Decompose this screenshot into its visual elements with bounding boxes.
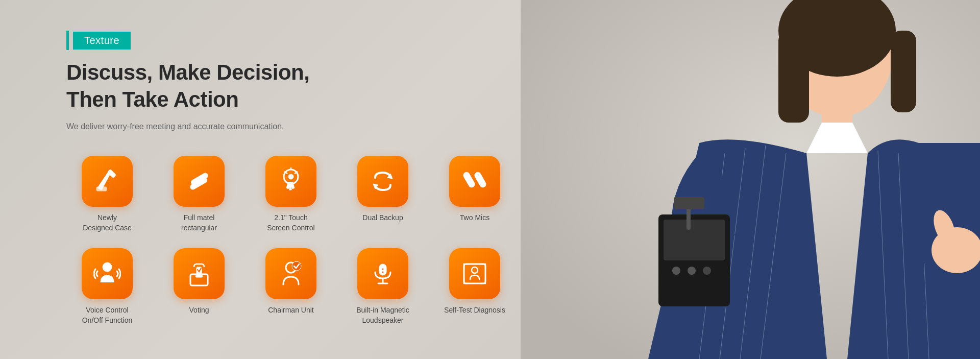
svg-point-28 xyxy=(288,174,293,179)
full-matel-label: Full matelrectangular xyxy=(181,213,217,233)
svg-point-21 xyxy=(688,267,696,275)
voting-icon xyxy=(185,260,213,288)
svg-rect-19 xyxy=(674,197,704,209)
features-grid: NewlyDesigned Case Full matelrectangular xyxy=(66,156,526,325)
feature-item-self-test: Self-Test Diagnosis xyxy=(434,248,516,325)
dual-backup-label: Dual Backup xyxy=(362,213,403,223)
voice-icon xyxy=(93,260,121,288)
svg-point-45 xyxy=(382,268,384,270)
svg-rect-38 xyxy=(195,275,203,277)
voice-control-label: Voice ControlOn/Off Function xyxy=(82,305,133,325)
feature-item-touch-screen: 2.1" TouchScreen Control xyxy=(250,156,332,233)
self-test-label: Self-Test Diagnosis xyxy=(444,305,505,316)
svg-point-46 xyxy=(382,271,384,273)
mics-icon xyxy=(461,167,488,195)
two-mics-label: Two Mics xyxy=(460,213,489,223)
svg-point-20 xyxy=(672,267,680,275)
touch-icon xyxy=(277,167,305,195)
feature-item-chairman-unit: Chairman Unit xyxy=(250,248,332,325)
texture-bar xyxy=(66,31,69,50)
loudspeaker-icon-box xyxy=(357,248,408,299)
backup-icon xyxy=(369,167,397,195)
diagnosis-icon xyxy=(461,260,488,288)
voice-control-icon-box xyxy=(82,248,133,299)
feature-item-voice-control: Voice ControlOn/Off Function xyxy=(66,248,148,325)
chairman-unit-label: Chairman Unit xyxy=(268,305,313,316)
voting-label: Voting xyxy=(189,305,209,316)
person-area xyxy=(521,0,980,359)
chairman-unit-icon-box xyxy=(265,248,316,299)
newly-designed-case-icon-box xyxy=(82,156,133,207)
svg-point-48 xyxy=(472,267,478,273)
touch-screen-label: 2.1" TouchScreen Control xyxy=(267,213,314,233)
svg-rect-17 xyxy=(664,220,725,260)
voting-icon-box xyxy=(174,248,225,299)
feature-item-two-mics: Two Mics xyxy=(434,156,516,233)
svg-rect-34 xyxy=(462,171,476,188)
svg-point-41 xyxy=(292,261,301,271)
feature-item-full-matel: Full matelrectangular xyxy=(158,156,240,233)
heading-line2: Then Take Action xyxy=(66,86,526,113)
svg-rect-4 xyxy=(891,31,916,112)
case-icon xyxy=(93,167,121,195)
loudspeaker-label: Built-in MagneticLoudspeaker xyxy=(356,305,409,325)
touch-screen-icon-box xyxy=(265,156,316,207)
svg-rect-35 xyxy=(474,171,487,188)
speaker-icon xyxy=(369,260,397,288)
subtitle: We deliver worry-free meeting and accura… xyxy=(66,122,526,131)
full-matel-icon-box xyxy=(174,156,225,207)
svg-point-36 xyxy=(103,262,112,272)
rectangular-icon xyxy=(185,167,213,195)
heading-line1: Discuss, Make Decision, xyxy=(66,59,526,86)
feature-item-voting: Voting xyxy=(158,248,240,325)
newly-designed-case-label: NewlyDesigned Case xyxy=(83,213,132,233)
two-mics-icon-box xyxy=(449,156,500,207)
feature-item-newly-designed-case: NewlyDesigned Case xyxy=(66,156,148,233)
svg-rect-24 xyxy=(96,187,107,191)
svg-point-22 xyxy=(703,267,711,275)
svg-rect-3 xyxy=(778,31,809,123)
content-area: Texture Discuss, Make Decision, Then Tak… xyxy=(66,31,526,325)
texture-label: Texture xyxy=(73,32,131,50)
chairman-icon xyxy=(277,260,305,288)
page-wrapper: Texture Discuss, Make Decision, Then Tak… xyxy=(0,0,980,359)
main-heading: Discuss, Make Decision, Then Take Action xyxy=(66,59,526,113)
dual-backup-icon-box xyxy=(357,156,408,207)
feature-item-dual-backup: Dual Backup xyxy=(342,156,424,233)
texture-badge: Texture xyxy=(66,31,526,50)
feature-item-loudspeaker: Built-in MagneticLoudspeaker xyxy=(342,248,424,325)
self-test-icon-box xyxy=(449,248,500,299)
